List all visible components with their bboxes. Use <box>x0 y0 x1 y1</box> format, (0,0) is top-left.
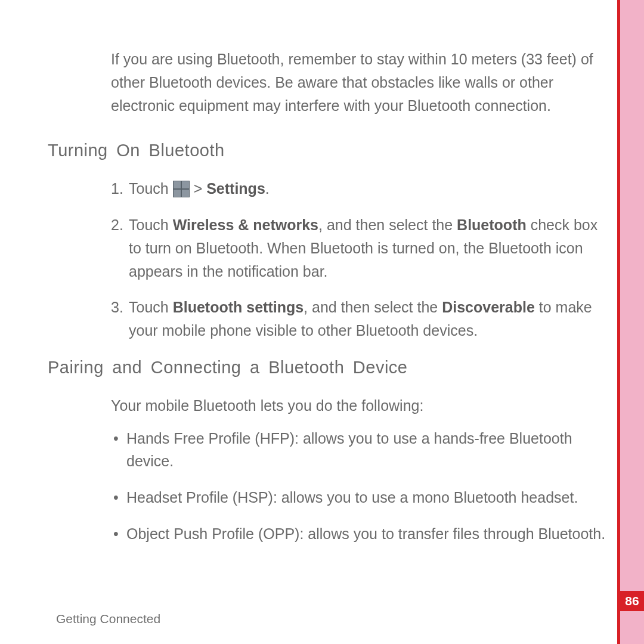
right-accent-bar <box>617 0 620 644</box>
bold-bluetooth-settings: Bluetooth settings <box>173 299 304 315</box>
intro-paragraph: If you are using Bluetooth, remember to … <box>111 48 608 117</box>
step-text: , and then select the <box>318 216 457 233</box>
profile-hfp: • Hands Free Profile (HFP): allows you t… <box>111 427 608 473</box>
step-text: Touch <box>129 299 173 315</box>
profile-opp: • Object Push Profile (OPP): allows you … <box>111 522 608 546</box>
heading-turning-on-bluetooth: Turning On Bluetooth <box>48 141 608 160</box>
page-content: If you are using Bluetooth, remember to … <box>48 48 608 559</box>
svg-rect-1 <box>174 181 181 188</box>
footer-section-label: Getting Connected <box>56 612 160 626</box>
step-number: 1. <box>111 177 123 200</box>
bullet-icon: • <box>113 486 119 509</box>
bold-bluetooth: Bluetooth <box>457 216 527 233</box>
profile-hsp: • Headset Profile (HSP): allows you to u… <box>111 486 608 509</box>
profile-text: Headset Profile (HSP): allows you to use… <box>126 489 578 506</box>
page-number-badge: 86 <box>620 591 644 611</box>
step-3: 3. Touch Bluetooth settings, and then se… <box>111 296 608 342</box>
step-1: 1. Touch > Settings. <box>111 177 608 200</box>
step-text: Touch <box>129 180 173 197</box>
right-margin-bar <box>620 0 644 644</box>
step-text: > <box>194 180 207 197</box>
step-number: 2. <box>111 213 123 237</box>
step-text: Touch <box>129 216 173 233</box>
bold-settings: Settings <box>206 180 265 197</box>
bullet-icon: • <box>113 427 119 450</box>
steps-list: 1. Touch > Settings. 2. Touch Wireless &… <box>111 177 608 342</box>
profiles-list: • Hands Free Profile (HFP): allows you t… <box>111 427 608 546</box>
svg-rect-4 <box>182 190 189 197</box>
bold-wireless-networks: Wireless & networks <box>173 216 318 233</box>
step-number: 3. <box>111 296 123 319</box>
profile-text: Object Push Profile (OPP): allows you to… <box>126 525 605 542</box>
profile-text: Hands Free Profile (HFP): allows you to … <box>126 430 572 470</box>
apps-grid-icon <box>173 181 190 197</box>
heading-pairing-connecting: Pairing and Connecting a Bluetooth Devic… <box>48 358 608 377</box>
step-text: , and then select the <box>304 299 442 315</box>
pairing-lead: Your mobile Bluetooth lets you do the fo… <box>111 394 608 417</box>
svg-rect-3 <box>174 190 181 197</box>
step-text: . <box>265 180 270 197</box>
step-2: 2. Touch Wireless & networks, and then s… <box>111 213 608 283</box>
bold-discoverable: Discoverable <box>442 299 535 315</box>
bullet-icon: • <box>113 522 119 546</box>
svg-rect-2 <box>182 181 189 188</box>
